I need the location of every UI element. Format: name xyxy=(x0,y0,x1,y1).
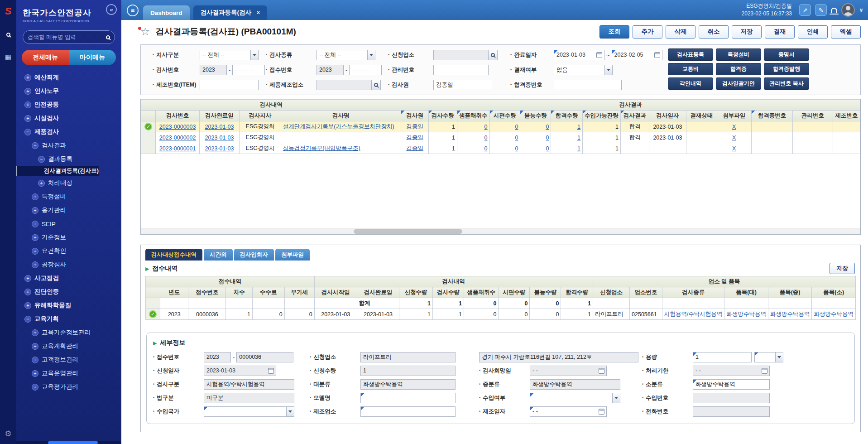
plus-icon[interactable]: + xyxy=(32,357,38,363)
column-header[interactable]: 업소번호 xyxy=(630,287,662,298)
tab-inspection-result[interactable]: 검사결과등록(검사× xyxy=(193,5,268,20)
column-header[interactable]: 품목(소) xyxy=(812,287,856,298)
search-icon[interactable] xyxy=(4,30,13,39)
special-equipment-button[interactable]: 특정설비 xyxy=(716,48,761,61)
sidebar-scrollbar[interactable] xyxy=(16,441,121,444)
column-header[interactable]: 시편수량 xyxy=(489,111,520,121)
column-header[interactable]: 부가세 xyxy=(284,287,314,298)
dropdown-arrow-icon[interactable] xyxy=(286,407,294,416)
certificate-button[interactable]: 증명서 xyxy=(764,48,809,61)
column-header[interactable]: 수입가능잔량 xyxy=(582,111,620,121)
menu-search-input[interactable] xyxy=(28,34,106,40)
column-header[interactable]: 합격증번호 xyxy=(751,111,792,121)
table-cell[interactable]: 1 xyxy=(551,132,583,143)
table-cell[interactable]: 1 xyxy=(551,121,583,132)
table-cell[interactable]: X xyxy=(717,132,751,143)
sidebar-item[interactable]: 검사결과등록(검사표) xyxy=(16,166,99,176)
table-cell[interactable]: 0 xyxy=(520,121,551,132)
deadline-date-input[interactable]: - - xyxy=(693,366,770,376)
plus-icon[interactable]: + xyxy=(24,302,31,309)
inspection-batch-draft-button[interactable]: 검사일괄기안 xyxy=(716,77,761,90)
chevron-down-icon[interactable]: ∨ xyxy=(859,7,863,13)
plus-icon[interactable]: + xyxy=(24,88,31,95)
capacity-input[interactable] xyxy=(693,352,752,362)
column-header[interactable]: 검사원 xyxy=(401,111,429,121)
plus-icon[interactable]: + xyxy=(24,101,31,108)
column-header[interactable]: 첨부파일 xyxy=(717,111,751,121)
scrollbar-thumb[interactable] xyxy=(48,441,98,444)
column-header[interactable]: 샘플채취수 xyxy=(457,111,490,121)
sidebar-item[interactable]: +특정설비 xyxy=(16,190,121,203)
column-header[interactable]: 검사수량 xyxy=(432,287,464,298)
tab-receipt-list[interactable]: 검사대상접수내역 xyxy=(145,249,202,261)
approval-select[interactable]: 없음 xyxy=(554,65,613,75)
table-cell[interactable]: 0 xyxy=(457,132,490,143)
plus-icon[interactable]: + xyxy=(32,261,38,268)
row-selector[interactable] xyxy=(146,298,160,309)
sidebar-item[interactable]: +SEIP xyxy=(16,217,121,231)
inspection-class-input[interactable] xyxy=(204,379,294,390)
column-header[interactable]: 검사명 xyxy=(281,111,401,121)
table-cell[interactable]: 성능검정기록부(내압방폭구조) xyxy=(281,143,401,154)
column-header[interactable]: 합격수량 xyxy=(561,287,593,298)
table-cell[interactable]: 0 xyxy=(457,143,490,154)
table-cell[interactable]: 2023-01-03 xyxy=(199,132,239,143)
sidebar-item[interactable]: +공장심사 xyxy=(16,258,121,271)
plus-icon[interactable]: + xyxy=(32,384,38,391)
table-cell[interactable]: 김종일 xyxy=(401,132,429,143)
manufacturer-search-input[interactable] xyxy=(317,80,372,90)
horizontal-scrollbar[interactable] xyxy=(141,228,860,234)
table-cell[interactable]: 0 xyxy=(489,121,520,132)
compose-icon[interactable]: ✎ xyxy=(815,4,827,16)
close-icon[interactable]: × xyxy=(257,10,260,16)
plus-icon[interactable]: + xyxy=(24,289,31,295)
plus-icon[interactable]: + xyxy=(38,180,45,187)
apply-date-input[interactable]: 2023-01-03 xyxy=(204,366,276,376)
calendar-icon[interactable] xyxy=(762,368,767,374)
pass-cert-issue-button[interactable]: 합격증발행 xyxy=(764,63,809,75)
column-header[interactable]: 품목(중) xyxy=(768,287,812,298)
sidebar-item[interactable]: +사고점검 xyxy=(16,271,121,285)
law-class-input[interactable] xyxy=(204,393,294,403)
column-header[interactable]: 검사종류 xyxy=(662,287,724,298)
minus-icon[interactable]: − xyxy=(32,142,38,149)
plus-icon[interactable]: + xyxy=(32,343,38,350)
tab-witness[interactable]: 검사입회자 xyxy=(234,249,274,261)
inspection-type-select[interactable]: -- 전체 -- xyxy=(317,50,375,60)
gear-icon[interactable]: ⚙ xyxy=(5,429,11,439)
sidebar-item[interactable]: +교육평가관리 xyxy=(16,380,121,394)
sidebar-item[interactable]: +안전공통 xyxy=(16,98,121,111)
row-selector[interactable] xyxy=(141,143,156,154)
receipt-no-year[interactable] xyxy=(317,65,344,75)
column-header[interactable]: 관리번호 xyxy=(793,111,833,121)
calendar-icon[interactable] xyxy=(268,368,274,374)
search-button[interactable]: 조회 xyxy=(599,25,629,39)
table-cell[interactable]: 0 xyxy=(457,121,490,132)
sidebar-item[interactable]: +교육계획관리 xyxy=(16,339,121,353)
sub-category-input[interactable] xyxy=(693,379,770,390)
scrollbar-thumb[interactable] xyxy=(354,229,462,234)
hamburger-icon[interactable]: ≡ xyxy=(127,5,139,16)
table-row[interactable]: 2023-00000022023-01-03ESG경영처김종일100011합격2… xyxy=(141,132,860,143)
column-header[interactable]: 품목(대) xyxy=(724,287,768,298)
dropdown-arrow-icon[interactable] xyxy=(612,393,620,403)
column-header[interactable]: 검사결과 xyxy=(620,111,649,121)
inspection-sheet-register-button[interactable]: 검사표등록 xyxy=(668,48,713,61)
table-cell[interactable]: 2023-0000001 xyxy=(156,143,199,154)
sidebar-item[interactable]: +교육기준정보관리 xyxy=(16,326,121,339)
table-cell[interactable]: 0 xyxy=(520,143,551,154)
all-menu-button[interactable]: 전체메뉴 xyxy=(22,50,69,65)
applicant-search-input[interactable] xyxy=(433,50,489,60)
plus-icon[interactable]: + xyxy=(32,248,38,255)
plus-icon[interactable]: + xyxy=(24,115,31,122)
calendar-icon[interactable] xyxy=(654,52,660,58)
dropdown-arrow-icon[interactable] xyxy=(775,352,783,362)
column-header[interactable]: 검사일자 xyxy=(649,111,686,121)
plus-icon[interactable]: + xyxy=(32,207,38,214)
sidebar-item[interactable]: +교육운영관리 xyxy=(16,367,121,380)
table-cell[interactable]: 2023-0000003 xyxy=(156,121,199,132)
import-no-input[interactable] xyxy=(693,393,770,403)
pass-cert-button[interactable]: 합격증 xyxy=(716,63,761,75)
plus-icon[interactable]: + xyxy=(32,193,38,200)
tab-dashboard[interactable]: Dashboard xyxy=(143,5,190,20)
